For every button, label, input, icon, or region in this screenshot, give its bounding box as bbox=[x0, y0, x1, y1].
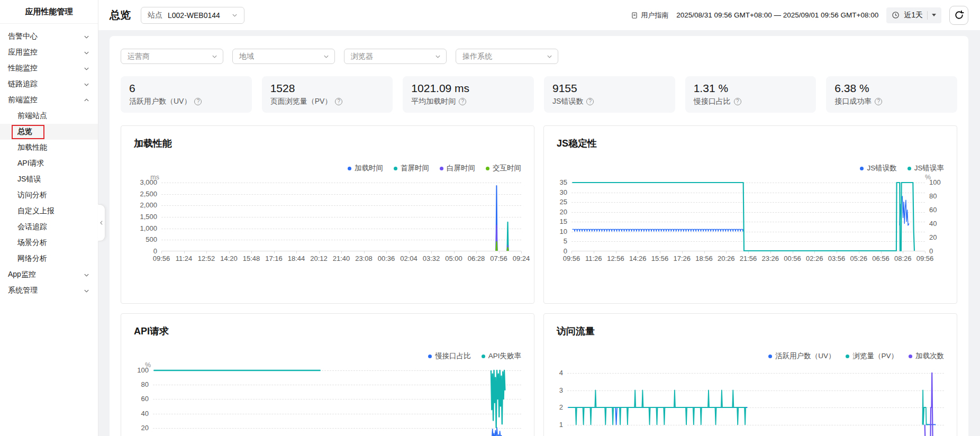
sidebar-item-前端站点[interactable]: 前端站点 bbox=[0, 108, 98, 124]
sidebar-group-链路追踪[interactable]: 链路追踪 bbox=[0, 76, 98, 92]
x-tick-label: 17:16 bbox=[265, 255, 283, 262]
sidebar-item-网络分析[interactable]: 网络分析 bbox=[0, 251, 98, 267]
legend-item[interactable]: 浏览量（PV） bbox=[846, 351, 898, 361]
legend-label: 活跃用户数（UV） bbox=[775, 351, 835, 361]
x-tick bbox=[814, 251, 815, 253]
chart-legend: 慢接口占比API失败率 bbox=[134, 351, 521, 361]
user-guide-link[interactable]: 用户指南 bbox=[631, 11, 668, 20]
stats-row: 6活跃用户数（UV）?1528页面浏览量（PV）?1021.09 ms平均加载时… bbox=[121, 76, 957, 113]
sidebar-item-会话追踪[interactable]: 会话追踪 bbox=[0, 219, 98, 235]
legend-item[interactable]: JS错误数 bbox=[860, 164, 896, 173]
caret-down-icon bbox=[932, 14, 936, 16]
x-tick-label: 05:26 bbox=[850, 255, 867, 262]
sidebar-group-性能监控[interactable]: 性能监控 bbox=[0, 60, 98, 76]
legend-item[interactable]: JS错误率 bbox=[908, 164, 944, 173]
sidebar-item-label: 加载性能 bbox=[17, 143, 89, 152]
chart-series-svg bbox=[567, 370, 944, 436]
sidebar-group-App监控[interactable]: App监控 bbox=[0, 267, 98, 283]
filter-placeholder: 浏览器 bbox=[351, 52, 435, 61]
chart-series-svg bbox=[161, 183, 521, 251]
axis-units: % bbox=[557, 174, 944, 181]
y-tick-label: 2,500 bbox=[140, 190, 157, 198]
help-icon[interactable]: ? bbox=[875, 98, 882, 105]
y-tick-label: 3,000 bbox=[140, 178, 157, 187]
legend-item[interactable]: 慢接口占比 bbox=[428, 351, 471, 361]
chart-series-svg bbox=[153, 370, 521, 436]
x-tick bbox=[319, 251, 320, 253]
chevron-up-icon bbox=[84, 97, 89, 103]
chart-card-api-requests: API请求慢接口占比API失败率%020406080100 bbox=[121, 313, 534, 436]
filter-select-浏览器[interactable]: 浏览器 bbox=[344, 49, 447, 64]
sidebar-item-label: API请求 bbox=[17, 159, 89, 168]
help-icon[interactable]: ? bbox=[734, 98, 741, 105]
y-tick-label: 20 bbox=[560, 208, 567, 216]
x-tick bbox=[571, 251, 572, 253]
sidebar-item-场景分析[interactable]: 场景分析 bbox=[0, 235, 98, 251]
filter-select-地域[interactable]: 地域 bbox=[232, 49, 335, 64]
x-tick-label: 12:56 bbox=[607, 255, 624, 262]
y2-axis: 020406080100 bbox=[925, 183, 944, 251]
legend-item[interactable]: 活跃用户数（UV） bbox=[768, 351, 835, 361]
sidebar-item-加载性能[interactable]: 加载性能 bbox=[0, 140, 98, 156]
chart-plot-area: 01234 bbox=[557, 370, 944, 436]
refresh-button[interactable] bbox=[949, 6, 968, 25]
sidebar-collapse-handle[interactable] bbox=[98, 204, 105, 241]
sidebar-item-总览[interactable]: 总览 bbox=[0, 124, 98, 140]
legend-dot-icon bbox=[768, 355, 772, 358]
x-tick-label: 23:08 bbox=[355, 255, 373, 262]
legend-item[interactable]: 首屏时间 bbox=[394, 164, 429, 173]
x-tick-label: 15:48 bbox=[243, 255, 260, 262]
stat-card: 9155JS错误数? bbox=[544, 76, 675, 113]
x-tick bbox=[521, 251, 522, 253]
plot bbox=[571, 183, 925, 251]
sidebar-item-label: 性能监控 bbox=[8, 63, 84, 73]
chevron-down-icon bbox=[84, 272, 89, 278]
legend-item[interactable]: API失败率 bbox=[482, 351, 521, 361]
chart-legend: 加载时间首屏时间白屏时间交互时间 bbox=[134, 164, 521, 173]
x-tick bbox=[903, 251, 903, 253]
help-icon[interactable]: ? bbox=[459, 98, 466, 105]
x-tick bbox=[454, 251, 455, 253]
sidebar: 应用性能管理 告警中心应用监控性能监控链路追踪前端监控前端站点总览加载性能API… bbox=[0, 0, 98, 436]
help-icon[interactable]: ? bbox=[335, 98, 342, 105]
legend-dot-icon bbox=[348, 167, 351, 170]
stat-card: 6活跃用户数（UV）? bbox=[121, 76, 252, 113]
legend-item[interactable]: 交互时间 bbox=[486, 164, 521, 173]
stat-label: JS错误数? bbox=[552, 97, 667, 106]
sidebar-item-自定义上报[interactable]: 自定义上报 bbox=[0, 203, 98, 219]
x-tick-label: 09:56 bbox=[917, 255, 934, 262]
x-tick bbox=[704, 251, 705, 253]
y-axis-unit bbox=[557, 361, 565, 369]
x-tick-label: 09:56 bbox=[563, 255, 580, 262]
site-select[interactable]: 站点 L002-WEB0144 bbox=[141, 7, 244, 24]
filter-select-运营商[interactable]: 运营商 bbox=[121, 49, 223, 64]
sidebar-item-访问分析[interactable]: 访问分析 bbox=[0, 187, 98, 203]
axis-units bbox=[557, 361, 944, 369]
filter-select-操作系统[interactable]: 操作系统 bbox=[456, 49, 558, 64]
legend-item[interactable]: 加载时间 bbox=[348, 164, 383, 173]
sidebar-item-JS错误[interactable]: JS错误 bbox=[0, 171, 98, 187]
sidebar-item-API请求[interactable]: API请求 bbox=[0, 156, 98, 171]
sidebar-group-应用监控[interactable]: 应用监控 bbox=[0, 44, 98, 60]
time-range-select[interactable]: 近1天 bbox=[886, 7, 941, 23]
x-tick bbox=[184, 251, 185, 253]
x-tick bbox=[726, 251, 727, 253]
y-tick-label: 4 bbox=[559, 369, 563, 377]
help-icon[interactable]: ? bbox=[194, 98, 202, 105]
x-tick bbox=[925, 251, 925, 253]
stat-value: 6 bbox=[129, 82, 243, 95]
legend-item[interactable]: 白屏时间 bbox=[440, 164, 475, 173]
sidebar-group-系统管理[interactable]: 系统管理 bbox=[0, 283, 98, 298]
filters-row: 运营商地域浏览器操作系统 bbox=[121, 49, 957, 64]
chart-plot-area: 05001,0001,5002,0002,5003,00009:5611:241… bbox=[134, 183, 521, 263]
sidebar-group-告警中心[interactable]: 告警中心 bbox=[0, 29, 98, 44]
sidebar-group-前端监控[interactable]: 前端监控 bbox=[0, 92, 98, 108]
help-icon[interactable]: ? bbox=[586, 98, 594, 105]
x-tick bbox=[431, 251, 432, 253]
y-tick-label: 15 bbox=[560, 217, 567, 226]
filter-placeholder: 地域 bbox=[239, 52, 323, 61]
legend-item[interactable]: 加载次数 bbox=[909, 351, 944, 361]
stat-card: 6.38 %接口成功率? bbox=[826, 76, 957, 113]
stat-label: 页面浏览量（PV）? bbox=[270, 97, 385, 106]
sidebar-item-label: 会话追踪 bbox=[17, 222, 89, 232]
